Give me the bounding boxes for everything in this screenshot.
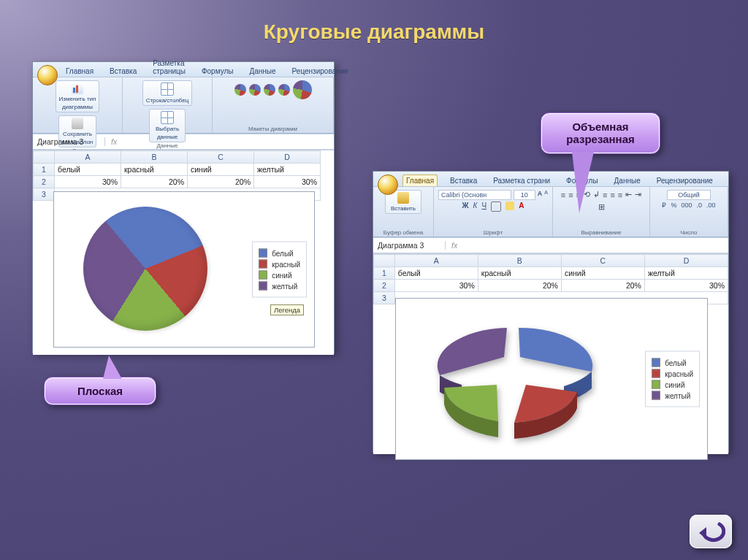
tab-home[interactable]: Главная	[402, 174, 438, 186]
layout-icon[interactable]	[264, 84, 275, 96]
percent-icon[interactable]: %	[671, 202, 676, 209]
font-color-icon[interactable]: A	[519, 202, 524, 212]
office-button-icon[interactable]	[37, 65, 58, 85]
cell-B1[interactable]: красный	[478, 267, 561, 280]
font-name-combo[interactable]: Calibri (Основн	[438, 190, 511, 200]
paste-icon	[397, 192, 409, 204]
cell-A2[interactable]: 30%	[394, 280, 478, 292]
select-l2: данные	[157, 134, 178, 140]
col-D[interactable]: D	[254, 151, 321, 164]
tab-home[interactable]: Главная	[62, 65, 97, 77]
col-D[interactable]: D	[644, 255, 728, 267]
chart-legend[interactable]: белый красный синий желтый	[645, 351, 700, 407]
tab-review[interactable]: Рецензирование	[289, 65, 352, 77]
merge-icon[interactable]: ⊞	[598, 202, 605, 212]
name-box-bar: Диаграмма 3 fx	[373, 237, 728, 253]
cell-D1[interactable]: желтый	[644, 267, 728, 280]
col-C[interactable]: C	[561, 255, 644, 267]
legend-label: желтый	[665, 391, 690, 399]
legend-swatch	[259, 260, 267, 269]
cell-B1[interactable]: красный	[121, 164, 188, 176]
chart-legend[interactable]: белый красный синий желтый	[252, 242, 307, 298]
col-corner[interactable]	[34, 151, 55, 164]
indent-dec-icon[interactable]: ⇤	[625, 190, 632, 199]
legend-label: белый	[272, 249, 293, 257]
cell-A1[interactable]: белый	[394, 267, 478, 280]
cell-A1[interactable]: белый	[55, 164, 121, 176]
cell-B2[interactable]: 20%	[121, 176, 188, 188]
col-A[interactable]: A	[394, 255, 478, 267]
tab-formulas[interactable]: Формулы	[198, 65, 237, 77]
change-chart-type-button[interactable]: Изменить тип диаграммы	[56, 80, 100, 112]
col-B[interactable]: B	[478, 255, 561, 267]
col-B[interactable]: B	[121, 151, 188, 164]
grow-font-icon[interactable]: A	[538, 190, 543, 200]
rowcol-label: Строка/столбец	[146, 97, 189, 104]
legend-label: белый	[665, 358, 686, 367]
row-2[interactable]: 2	[34, 176, 55, 188]
tab-layout[interactable]: Разметка страницы	[149, 57, 189, 77]
dec-decimal-icon[interactable]: .00	[706, 202, 716, 209]
col-corner[interactable]	[374, 255, 395, 267]
underline-icon[interactable]: Ч	[482, 202, 487, 212]
cell-D1[interactable]: желтый	[254, 164, 321, 176]
tab-data[interactable]: Данные	[611, 174, 644, 186]
back-button[interactable]	[690, 515, 732, 548]
font-size-combo[interactable]: 10	[514, 190, 535, 200]
tab-data[interactable]: Данные	[245, 65, 279, 77]
row-3[interactable]: 3	[374, 292, 395, 304]
tab-layout[interactable]: Разметка страни	[489, 174, 554, 186]
cell-C1[interactable]: синий	[561, 267, 644, 280]
office-button-icon[interactable]	[378, 174, 398, 195]
name-box[interactable]: Диаграмма 3	[373, 241, 446, 250]
cell-D2[interactable]: 30%	[254, 176, 321, 188]
indent-inc-icon[interactable]: ⇥	[635, 190, 641, 199]
align-top-icon[interactable]: ≡	[561, 191, 565, 199]
cell-C2[interactable]: 20%	[561, 280, 644, 292]
row-1[interactable]: 1	[34, 164, 55, 176]
layout-large-icon[interactable]	[293, 80, 312, 99]
fill-color-icon[interactable]	[505, 202, 514, 210]
pie-chart-flat[interactable]: белый красный синий желтый Легенда	[53, 191, 315, 348]
cell-B2[interactable]: 20%	[478, 280, 561, 292]
cell-C1[interactable]: синий	[188, 164, 254, 176]
tab-review[interactable]: Рецензирование	[653, 174, 717, 186]
legend-label: желтый	[272, 282, 297, 290]
border-icon[interactable]	[491, 202, 501, 212]
row-1[interactable]: 1	[374, 267, 395, 280]
layout-icon[interactable]	[278, 84, 290, 96]
pie-flat-graphic	[83, 207, 207, 331]
align-center-icon[interactable]: ≡	[610, 191, 614, 199]
tab-insert[interactable]: Вставка	[446, 174, 481, 186]
layout-icon[interactable]	[249, 84, 261, 96]
layout-icon[interactable]	[234, 84, 246, 96]
ribbon-tabs: Главная Вставка Разметка страни Формулы …	[373, 172, 728, 187]
group-number-label: Число	[680, 229, 697, 236]
align-left-icon[interactable]: ≡	[603, 191, 607, 199]
switch-row-col-button[interactable]: Строка/столбец	[142, 80, 193, 106]
row-2[interactable]: 2	[374, 280, 395, 292]
cell-A2[interactable]: 30%	[55, 176, 121, 188]
paste-label: Вставить	[391, 205, 416, 212]
bold-icon[interactable]: Ж	[462, 202, 469, 212]
inc-decimal-icon[interactable]: .0	[697, 202, 703, 209]
select-data-button[interactable]: Выбрать данные	[149, 109, 186, 142]
align-right-icon[interactable]: ≡	[618, 191, 622, 199]
pie-chart-exploded[interactable]: белый красный синий желтый	[395, 298, 708, 460]
cell-C2[interactable]: 20%	[188, 176, 254, 188]
col-C[interactable]: C	[188, 151, 254, 164]
comma-icon[interactable]: 000	[681, 202, 692, 209]
row-3[interactable]: 3	[34, 188, 55, 201]
fx-label: fx	[105, 137, 123, 146]
wrap-icon[interactable]: ↲	[593, 190, 600, 199]
col-A[interactable]: A	[55, 151, 121, 164]
currency-icon[interactable]: ₽	[662, 202, 666, 209]
tab-insert[interactable]: Вставка	[106, 65, 140, 77]
pie-exploded-graphic	[418, 306, 608, 452]
number-format-combo[interactable]: Общий	[667, 190, 711, 200]
shrink-font-icon[interactable]: A	[544, 190, 548, 200]
worksheet: A B C D 1 белый красный синий желтый 2 3…	[373, 253, 728, 454]
italic-icon[interactable]: К	[473, 202, 478, 212]
name-box[interactable]: Диаграмма 3	[33, 137, 105, 146]
cell-D2[interactable]: 30%	[644, 280, 728, 292]
